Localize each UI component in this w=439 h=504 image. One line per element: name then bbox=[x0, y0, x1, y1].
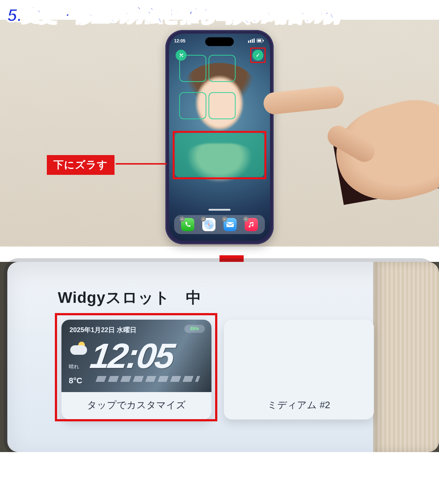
highlight-card-1 bbox=[55, 313, 217, 421]
widget-card-2[interactable]: ミディアム #2 bbox=[224, 320, 374, 420]
safari-icon bbox=[204, 220, 214, 229]
svg-rect-9 bbox=[226, 222, 234, 227]
svg-rect-3 bbox=[254, 38, 255, 43]
remove-badge-icon[interactable]: − bbox=[201, 217, 206, 222]
dock: − − − − bbox=[174, 215, 265, 234]
widget-slot-small-1[interactable] bbox=[179, 55, 206, 82]
bottom-photo-panel: Widgyスロット 中 2025年1月22日 水曜日 85% 12:05 晴れ … bbox=[0, 262, 439, 452]
status-time: 12:05 bbox=[174, 38, 185, 44]
callout-leader-line bbox=[116, 163, 167, 165]
widget-slot-small-2[interactable] bbox=[209, 55, 236, 82]
remove-badge-icon[interactable]: − bbox=[180, 217, 185, 222]
widget-preview-2-empty bbox=[224, 320, 374, 392]
status-right-icons bbox=[248, 38, 265, 44]
desk-edge bbox=[373, 262, 439, 452]
widget-caption-2: ミディアム #2 bbox=[224, 392, 374, 420]
svg-rect-1 bbox=[250, 40, 251, 43]
callout-label: 下にズラす bbox=[47, 155, 115, 175]
dock-app-phone[interactable]: − bbox=[181, 218, 194, 231]
svg-marker-8 bbox=[209, 222, 210, 226]
home-indicator bbox=[209, 209, 230, 211]
dock-app-music[interactable]: − bbox=[245, 218, 258, 231]
highlight-confirm bbox=[250, 48, 266, 63]
remove-badge-icon[interactable]: − bbox=[222, 217, 227, 222]
page-title: 5.変更・修正の方法と推し写真の場合の例 bbox=[0, 0, 439, 27]
flow-arrow-down-icon bbox=[0, 247, 439, 262]
svg-rect-5 bbox=[258, 40, 261, 42]
pointing-hand bbox=[249, 64, 439, 173]
dock-app-mail[interactable]: − bbox=[224, 218, 237, 231]
svg-rect-2 bbox=[252, 39, 253, 43]
dock-app-safari[interactable]: − bbox=[202, 218, 215, 231]
widget-slot-small-3[interactable] bbox=[179, 92, 206, 119]
top-photo-panel: 12:05 ✕ ✓ − bbox=[0, 20, 439, 247]
slot-heading: Widgyスロット 中 bbox=[58, 287, 202, 308]
remove-badge-icon[interactable]: − bbox=[243, 217, 248, 222]
svg-rect-6 bbox=[263, 40, 264, 41]
widget-slot-small-4[interactable] bbox=[209, 92, 236, 119]
svg-rect-0 bbox=[248, 41, 249, 43]
status-bar: 12:05 bbox=[169, 37, 270, 45]
widgy-screen: Widgyスロット 中 2025年1月22日 水曜日 85% 12:05 晴れ … bbox=[7, 262, 432, 452]
